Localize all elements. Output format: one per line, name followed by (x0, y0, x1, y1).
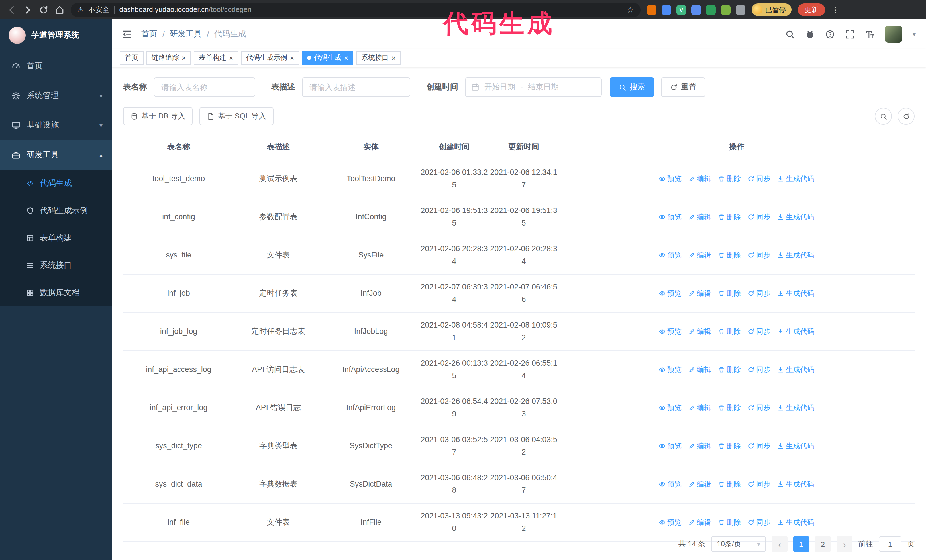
edit-link[interactable]: 编辑 (688, 478, 711, 491)
fullscreen-icon[interactable] (845, 29, 855, 39)
user-avatar[interactable] (885, 26, 902, 43)
edit-link[interactable]: 编辑 (688, 173, 711, 185)
import-sql-button[interactable]: 基于 SQL 导入 (200, 107, 274, 125)
browser-update-button[interactable]: 更新 (798, 3, 825, 16)
search-icon[interactable] (785, 29, 795, 39)
delete-link[interactable]: 删除 (718, 287, 741, 300)
generate-code-link[interactable]: 生成代码 (777, 211, 814, 223)
sidebar-item-system[interactable]: 系统管理 ▾ (0, 81, 112, 110)
edit-link[interactable]: 编辑 (688, 516, 711, 529)
extension-leaf-icon[interactable] (721, 5, 731, 15)
preview-link[interactable]: 预览 (659, 440, 682, 452)
close-icon[interactable]: × (182, 54, 186, 61)
sync-link[interactable]: 同步 (747, 516, 770, 529)
toggle-search-button[interactable] (875, 108, 892, 125)
tab-home[interactable]: 首页 (120, 51, 144, 65)
page-button-1[interactable]: 1 (793, 536, 809, 552)
page-size-select[interactable]: 10条/页 ▾ (711, 536, 766, 552)
sidebar-item-home[interactable]: 首页 (0, 51, 112, 81)
sidebar-item-system-api[interactable]: 系统接口 (0, 252, 112, 279)
delete-link[interactable]: 删除 (718, 173, 741, 185)
profile-paused-chip[interactable]: 已暂停 (752, 3, 791, 16)
delete-link[interactable]: 删除 (718, 516, 741, 529)
browser-menu-icon[interactable]: ⋮ (831, 5, 840, 14)
extension-blue-icon[interactable] (661, 5, 671, 15)
sync-link[interactable]: 同步 (747, 440, 770, 452)
sync-link[interactable]: 同步 (747, 249, 770, 261)
next-page-button[interactable]: › (837, 536, 852, 552)
tab-codegen[interactable]: 代码生成 × (302, 51, 353, 65)
import-db-button[interactable]: 基于 DB 导入 (123, 107, 193, 125)
github-icon[interactable] (805, 29, 815, 39)
close-icon[interactable]: × (290, 54, 294, 61)
forward-icon[interactable] (23, 5, 32, 15)
date-range-picker[interactable]: 开始日期 - 结束日期 (465, 77, 602, 97)
preview-link[interactable]: 预览 (659, 364, 682, 376)
sync-link[interactable]: 同步 (747, 478, 770, 491)
tab-form-builder[interactable]: 表单构建 × (194, 51, 238, 65)
reset-button[interactable]: 重置 (661, 77, 705, 97)
edit-link[interactable]: 编辑 (688, 249, 711, 261)
refresh-table-button[interactable] (897, 108, 915, 125)
sync-link[interactable]: 同步 (747, 402, 770, 414)
breadcrumb-devtools[interactable]: 研发工具 (170, 29, 202, 39)
edit-link[interactable]: 编辑 (688, 325, 711, 338)
sync-link[interactable]: 同步 (747, 364, 770, 376)
generate-code-link[interactable]: 生成代码 (777, 325, 814, 338)
table-name-input[interactable] (154, 77, 255, 97)
sidebar-item-devtools[interactable]: 研发工具 ▴ (0, 140, 112, 170)
extension-card-icon[interactable] (706, 5, 716, 15)
generate-code-link[interactable]: 生成代码 (777, 402, 814, 414)
preview-link[interactable]: 预览 (659, 325, 682, 338)
sync-link[interactable]: 同步 (747, 287, 770, 300)
preview-link[interactable]: 预览 (659, 478, 682, 491)
edit-link[interactable]: 编辑 (688, 402, 711, 414)
sidebar-item-infrastructure[interactable]: 基础设施 ▾ (0, 110, 112, 140)
sidebar-item-form-builder[interactable]: 表单构建 (0, 225, 112, 252)
edit-link[interactable]: 编辑 (688, 211, 711, 223)
font-size-icon[interactable] (865, 29, 875, 39)
delete-link[interactable]: 删除 (718, 249, 741, 261)
page-button-2[interactable]: 2 (815, 536, 831, 552)
security-label[interactable]: 不安全 (88, 5, 110, 15)
help-icon[interactable] (825, 29, 835, 39)
extension-puzzle-icon[interactable] (736, 5, 745, 15)
preview-link[interactable]: 预览 (659, 287, 682, 300)
generate-code-link[interactable]: 生成代码 (777, 478, 814, 491)
delete-link[interactable]: 删除 (718, 402, 741, 414)
home-icon[interactable] (55, 5, 64, 15)
sidebar-item-codegen-example[interactable]: 代码生成示例 (0, 197, 112, 225)
search-button[interactable]: 搜索 (610, 77, 654, 97)
tab-trace[interactable]: 链路追踪 × (147, 51, 191, 65)
generate-code-link[interactable]: 生成代码 (777, 516, 814, 529)
sync-link[interactable]: 同步 (747, 211, 770, 223)
extension-orange-icon[interactable] (647, 5, 657, 15)
sidebar-item-codegen[interactable]: 代码生成 (0, 170, 112, 197)
prev-page-button[interactable]: ‹ (772, 536, 788, 552)
delete-link[interactable]: 删除 (718, 478, 741, 491)
generate-code-link[interactable]: 生成代码 (777, 287, 814, 300)
delete-link[interactable]: 删除 (718, 440, 741, 452)
sidebar-item-db-docs[interactable]: 数据库文档 (0, 279, 112, 306)
table-desc-input[interactable] (302, 77, 410, 97)
preview-link[interactable]: 预览 (659, 173, 682, 185)
delete-link[interactable]: 删除 (718, 325, 741, 338)
reload-icon[interactable] (39, 5, 48, 15)
preview-link[interactable]: 预览 (659, 516, 682, 529)
sync-link[interactable]: 同步 (747, 325, 770, 338)
avatar-caret-icon[interactable]: ▾ (912, 30, 916, 38)
close-icon[interactable]: × (344, 54, 348, 61)
close-icon[interactable]: × (392, 54, 395, 61)
close-icon[interactable]: × (229, 54, 233, 61)
back-icon[interactable] (7, 5, 17, 15)
sync-link[interactable]: 同步 (747, 173, 770, 185)
tab-codegen-example[interactable]: 代码生成示例 × (241, 51, 299, 65)
generate-code-link[interactable]: 生成代码 (777, 364, 814, 376)
extension-people-icon[interactable] (691, 5, 701, 15)
tab-system-api[interactable]: 系统接口 × (356, 51, 401, 65)
generate-code-link[interactable]: 生成代码 (777, 173, 814, 185)
delete-link[interactable]: 删除 (718, 364, 741, 376)
delete-link[interactable]: 删除 (718, 211, 741, 223)
breadcrumb-home[interactable]: 首页 (141, 29, 157, 39)
sidebar-fold-icon[interactable] (122, 29, 132, 39)
